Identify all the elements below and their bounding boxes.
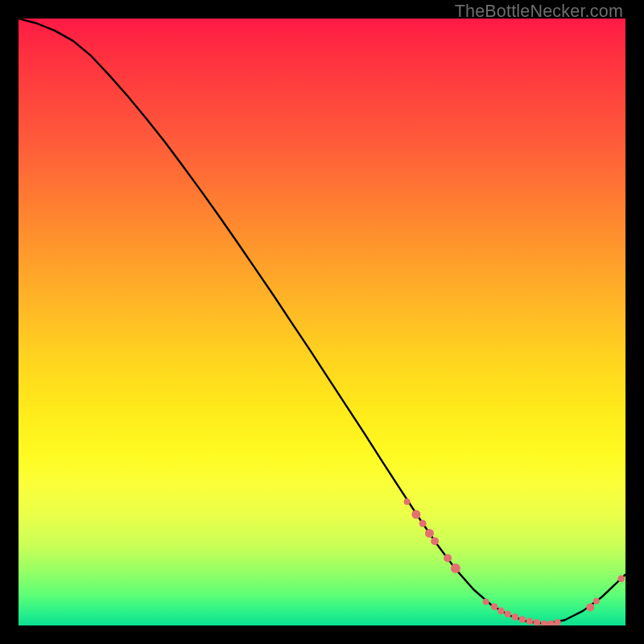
curve-marker [491, 603, 498, 610]
curve-marker [431, 537, 439, 545]
curve-marker [451, 564, 460, 573]
curve-marker [419, 520, 427, 527]
curve-marker [554, 619, 561, 625]
curve-marker [497, 608, 505, 615]
plot-area [19, 19, 625, 625]
curve-marker [617, 576, 625, 583]
curve-marker [534, 619, 541, 625]
curve-marker [586, 603, 594, 611]
curve-marker [504, 610, 511, 617]
curve-line [19, 19, 625, 624]
curve-marker [547, 620, 555, 625]
curve-marker [483, 599, 489, 605]
curve-marker [425, 529, 434, 538]
chart-frame: TheBottleNecker.com [0, 0, 644, 644]
chart-svg [19, 19, 625, 625]
curve-marker [404, 498, 411, 505]
curve-marker [444, 554, 452, 562]
curve-marker [541, 620, 548, 625]
curve-marker [519, 616, 526, 623]
curve-marker [526, 617, 534, 625]
curve-marker [411, 510, 420, 519]
curve-markers [404, 498, 625, 625]
curve-marker [593, 598, 600, 605]
curve-marker [512, 613, 519, 621]
